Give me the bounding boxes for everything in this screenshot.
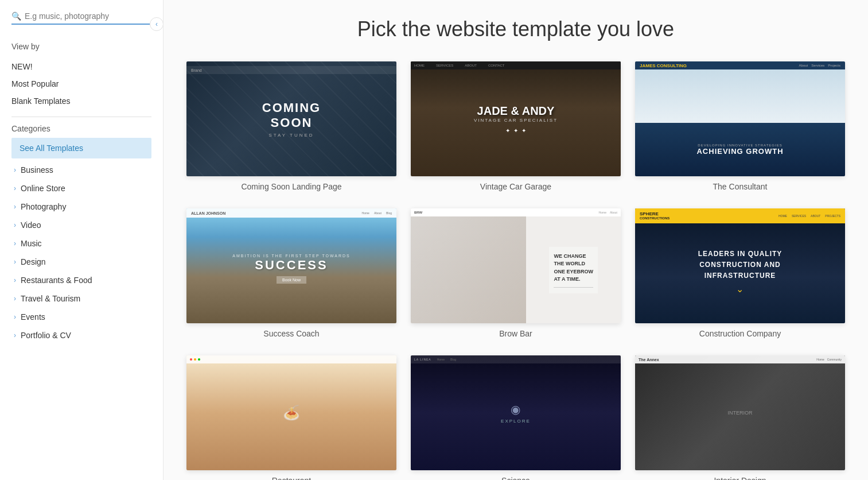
search-box: 🔍	[11, 11, 151, 25]
sidebar-item-video[interactable]: ›Video	[11, 216, 151, 234]
chevron-right-icon: ›	[14, 313, 16, 321]
template-card-coming-soon[interactable]: COMINGSOON STAY TUNED Brand Coming Soon …	[186, 61, 396, 191]
sidebar-collapse-button[interactable]: ‹	[150, 17, 164, 31]
see-all-templates[interactable]: See All Templates	[11, 138, 151, 158]
sidebar-nav: View by NEW! Most Popular Blank Template…	[0, 33, 163, 353]
template-name-construction: Construction Company	[635, 329, 845, 338]
page-title: Pick the website template you love	[186, 17, 845, 41]
template-thumb-construction: SPHERE CONSTRUCTIONS HOMESERVICESABOUTPR…	[635, 208, 845, 323]
chevron-right-icon: ›	[14, 166, 16, 174]
search-icon: 🔍	[11, 11, 21, 21]
template-name-space: Science	[411, 476, 621, 480]
chevron-right-icon: ›	[14, 221, 16, 229]
template-name-success-coach: Success Coach	[186, 329, 396, 338]
template-thumb-interior: The Annex HomeCommunity INTERIOR	[635, 355, 845, 470]
template-name-brow-bar: Brow Bar	[411, 329, 621, 338]
template-thumb-space: LA LINEA HomeBlog ◉ EXPLORE	[411, 355, 621, 470]
sidebar-item-music[interactable]: ›Music	[11, 234, 151, 253]
template-name-interior: Interior Design	[635, 476, 845, 480]
nav-item-blank-templates[interactable]: Blank Templates	[11, 92, 151, 110]
chevron-right-icon: ›	[14, 239, 16, 247]
main-content: Pick the website template you love COMIN…	[164, 0, 868, 480]
template-card-brow-bar[interactable]: BRW HomeAbout WE CHANGETHE WORLDONE EYEB…	[411, 208, 621, 338]
template-card-interior[interactable]: The Annex HomeCommunity INTERIOR Interio…	[635, 355, 845, 480]
sidebar-item-photography[interactable]: ›Photography	[11, 198, 151, 216]
template-thumb-brow-bar: BRW HomeAbout WE CHANGETHE WORLDONE EYEB…	[411, 208, 621, 323]
nav-item-new[interactable]: NEW!	[11, 58, 151, 75]
categories-label: Categories	[11, 124, 151, 133]
template-thumb-coming-soon: COMINGSOON STAY TUNED Brand	[186, 61, 396, 176]
chevron-right-icon: ›	[14, 184, 16, 192]
nav-item-most-popular[interactable]: Most Popular	[11, 75, 151, 92]
template-thumb-food: 🍝	[186, 355, 396, 470]
sidebar-item-online-store[interactable]: ›Online Store	[11, 179, 151, 198]
chevron-right-icon: ›	[14, 203, 16, 211]
sidebar: ‹ 🔍 View by NEW! Most Popular Blank Temp…	[0, 0, 164, 480]
sidebar-item-business[interactable]: ›Business	[11, 161, 151, 179]
chevron-right-icon: ›	[14, 295, 16, 303]
sidebar-item-restaurants-food[interactable]: ›Restaurants & Food	[11, 271, 151, 289]
template-name-consultant: The Consultant	[635, 182, 845, 191]
template-card-construction[interactable]: SPHERE CONSTRUCTIONS HOMESERVICESABOUTPR…	[635, 208, 845, 338]
templates-grid: COMINGSOON STAY TUNED Brand Coming Soon …	[186, 61, 845, 480]
template-name-vintage-car: Vintage Car Garage	[411, 182, 621, 191]
template-card-vintage-car[interactable]: HOMESERVICESABOUTCONTACT JADE & ANDY VIN…	[411, 61, 621, 191]
template-card-success-coach[interactable]: ALLAN JOHNSON HomeAboutBlog AMBITION IS …	[186, 208, 396, 338]
chevron-left-icon: ‹	[155, 20, 158, 28]
template-name-food: Restaurant	[186, 476, 396, 480]
sidebar-item-events[interactable]: ›Events	[11, 308, 151, 326]
template-name-coming-soon: Coming Soon Landing Page	[186, 182, 396, 191]
chevron-right-icon: ›	[14, 331, 16, 339]
search-section: 🔍	[0, 0, 163, 33]
divider	[11, 117, 151, 117]
template-thumb-consultant: JAMES CONSULTING AboutServicesProjects D…	[635, 61, 845, 176]
chevron-right-icon: ›	[14, 276, 16, 284]
template-thumb-success-coach: ALLAN JOHNSON HomeAboutBlog AMBITION IS …	[186, 208, 396, 323]
sidebar-item-travel-tourism[interactable]: ›Travel & Tourism	[11, 289, 151, 308]
template-card-consultant[interactable]: JAMES CONSULTING AboutServicesProjects D…	[635, 61, 845, 191]
sidebar-item-design[interactable]: ›Design	[11, 253, 151, 271]
template-card-space[interactable]: LA LINEA HomeBlog ◉ EXPLORE Science	[411, 355, 621, 480]
search-input[interactable]	[25, 11, 151, 21]
sidebar-item-portfolio-cv[interactable]: ›Portfolio & CV	[11, 326, 151, 344]
categories-list: ›Business›Online Store›Photography›Video…	[11, 161, 151, 344]
template-card-food[interactable]: 🍝 Restaurant	[186, 355, 396, 480]
view-by-label: View by	[11, 42, 151, 51]
template-thumb-vintage-car: HOMESERVICESABOUTCONTACT JADE & ANDY VIN…	[411, 61, 621, 176]
chevron-right-icon: ›	[14, 258, 16, 266]
